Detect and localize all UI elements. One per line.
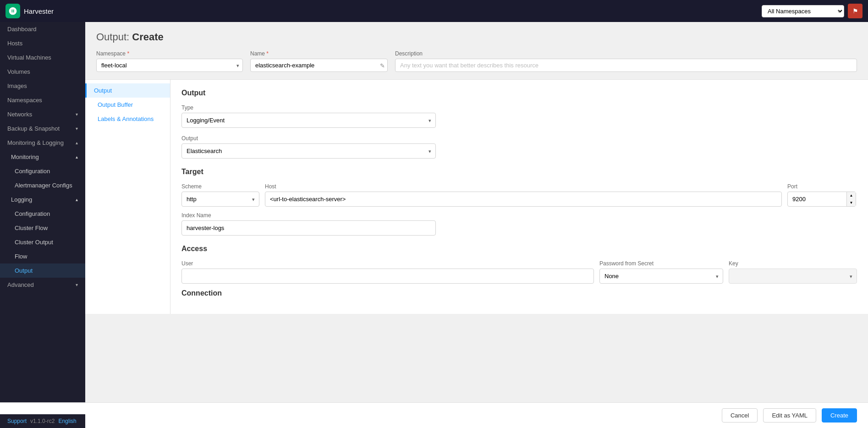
sidebar-item-hosts[interactable]: Hosts [0,36,85,50]
scheme-dropdown[interactable]: http https [181,192,259,207]
edit-as-yaml-button[interactable]: Edit as YAML [763,408,816,423]
form-content: Output Type Logging/Event Metrics Output [170,80,868,314]
bottom-bar: Cancel Edit as YAML Create [0,402,868,428]
sidebar-item-monitoring-logging[interactable]: Monitoring & Logging ▴ [0,136,85,150]
sidebar-item-virtual-machines[interactable]: Virtual Machines [0,50,85,65]
output-dropdown[interactable]: Elasticsearch Splunk Kafka S3 [181,143,436,159]
namespace-select-wrap[interactable]: All Namespaces [762,5,844,17]
content-sidebar-output-buffer[interactable]: Output Buffer [85,98,170,112]
topbar: Harvester All Namespaces ⚑ [0,0,868,22]
type-field: Type Logging/Event Metrics [181,104,857,128]
sidebar-item-cluster-flow[interactable]: Cluster Flow [0,221,85,235]
port-increment-button[interactable]: ▲ [847,192,856,199]
port-label: Port [787,183,857,190]
target-section: Target Scheme http https [181,168,857,236]
sidebar-item-images[interactable]: Images [0,79,85,93]
access-section-title: Access [181,245,857,253]
sidebar-item-output[interactable]: Output [0,263,85,278]
port-decrement-button[interactable]: ▼ [847,199,856,207]
topbar-left: Harvester [5,4,54,18]
type-label: Type [181,104,857,111]
access-row: User Password from Secret None secret1 [181,260,857,284]
name-edit-icon[interactable]: ✎ [380,62,385,69]
scheme-field: Scheme http https [181,183,259,207]
chevron-up-icon: ▴ [76,154,78,159]
type-select[interactable]: Logging/Event Metrics [181,113,436,128]
sidebar-item-volumes[interactable]: Volumes [0,65,85,79]
password-dropdown[interactable]: None secret1 [599,269,723,284]
content-sidebar-labels-annotations[interactable]: Labels & Annotations [85,112,170,126]
namespace-field-group: Namespace * fleet-local [96,50,243,72]
sidebar-item-flow[interactable]: Flow [0,249,85,263]
namespace-select-wrap[interactable]: fleet-local [96,59,243,72]
app-title: Harvester [24,7,54,15]
create-button[interactable]: Create [822,408,857,423]
user-input[interactable] [181,269,594,284]
topbar-right: All Namespaces ⚑ [762,4,863,18]
index-name-field: Index Name [181,212,857,236]
port-wrap: ▲ ▼ [787,192,856,207]
name-input-wrap: ✎ [250,59,388,72]
key-label: Key [729,260,857,267]
key-select[interactable] [729,269,857,284]
index-name-input[interactable] [181,220,436,236]
description-input[interactable] [395,59,857,72]
host-input[interactable] [265,192,782,207]
page-title: Output: Create [96,31,857,43]
name-input[interactable] [250,59,388,72]
key-field: Key [729,260,857,284]
sidebar-item-logging[interactable]: Logging ▴ [0,192,85,207]
connection-section-title: Connection [181,289,857,297]
scheme-label: Scheme [181,183,259,190]
scheme-select[interactable]: http https [181,192,259,207]
sidebar-item-networks[interactable]: Networks ▾ [0,107,85,121]
description-field-group: Description [395,50,857,72]
user-label: User [181,260,594,267]
sidebar-item-namespaces[interactable]: Namespaces [0,93,85,107]
sidebar-item-dashboard[interactable]: Dashboard [0,22,85,36]
namespace-select[interactable]: fleet-local [96,59,243,72]
sidebar-item-configuration-mon[interactable]: Configuration [0,164,85,178]
content-sidebar-output[interactable]: Output [85,83,170,98]
access-section: Access User Password from Secret [181,245,857,284]
sidebar: Dashboard Hosts Virtual Machines Volumes… [0,22,85,402]
chevron-down-icon: ▾ [76,126,78,131]
password-from-secret-label: Password from Secret [599,260,723,267]
index-name-label: Index Name [181,212,857,219]
content-sidebar: Output Output Buffer Labels & Annotation… [85,80,170,314]
type-dropdown[interactable]: Logging/Event Metrics [181,113,436,128]
output-label: Output [181,135,857,142]
output-select[interactable]: Elasticsearch Splunk Kafka S3 [181,143,436,159]
chevron-down-icon: ▾ [76,282,78,287]
host-field: Host [265,183,782,207]
sidebar-item-backup-snapshot[interactable]: Backup & Snapshot ▾ [0,121,85,136]
chevron-up-icon: ▴ [76,140,78,145]
namespace-dropdown[interactable]: All Namespaces [762,5,844,17]
cancel-button[interactable]: Cancel [722,408,758,423]
connection-section: Connection [181,289,857,297]
target-row: Scheme http https Host [181,183,857,207]
host-label: Host [265,183,782,190]
port-input[interactable] [787,192,856,207]
main-layout: Dashboard Hosts Virtual Machines Volumes… [0,22,868,402]
sidebar-item-configuration-log[interactable]: Configuration [0,207,85,221]
description-label: Description [395,50,857,57]
form-top: Namespace * fleet-local Name * ✎ Descrip… [85,50,868,79]
namespace-label: Namespace * [96,50,243,57]
name-label: Name * [250,50,388,57]
sidebar-item-advanced[interactable]: Advanced ▾ [0,278,85,292]
notification-bell[interactable]: ⚑ [848,4,863,18]
output-section-title: Output [181,89,857,97]
chevron-up-icon: ▴ [76,197,78,202]
output-section: Output Type Logging/Event Metrics Output [181,89,857,159]
name-field-group: Name * ✎ [250,50,388,72]
port-spinners: ▲ ▼ [846,192,856,206]
user-field: User [181,260,594,284]
page-header: Output: Create [85,22,868,50]
sidebar-item-cluster-output[interactable]: Cluster Output [0,235,85,249]
sidebar-item-monitoring[interactable]: Monitoring ▴ [0,150,85,164]
output-field: Output Elasticsearch Splunk Kafka S3 [181,135,857,159]
sidebar-item-alertmanager-configs[interactable]: Alertmanager Configs [0,178,85,192]
key-dropdown[interactable] [729,269,857,284]
password-select[interactable]: None secret1 [599,269,723,284]
